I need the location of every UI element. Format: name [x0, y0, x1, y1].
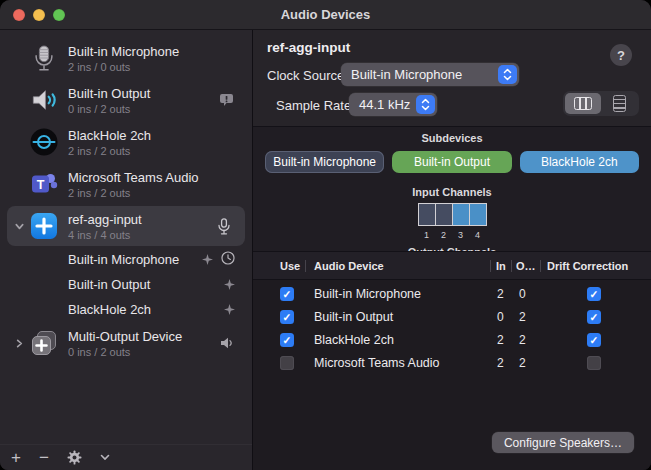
sidebar-item-built-in-output[interactable]: Built-in Output 0 ins / 2 outs — [0, 79, 252, 121]
clock-source-select[interactable]: Built-in Microphone — [341, 63, 519, 86]
device-detail-panel: ref-agg-input ? Clock Source: Built-in M… — [253, 30, 651, 470]
list-view-icon — [613, 95, 626, 112]
subdevice-row-blackhole-2ch[interactable]: BlackHole 2ch — [0, 297, 252, 322]
col-use: Use — [265, 260, 305, 272]
input-channels-heading: Input Channels — [253, 186, 651, 198]
row-out-count: 2 — [511, 333, 540, 347]
minimize-button[interactable] — [33, 9, 45, 21]
drift-correction-checkbox[interactable] — [587, 287, 601, 301]
drift-correction-checkbox[interactable] — [587, 310, 601, 324]
microphone-icon — [30, 44, 58, 72]
drift-correction-checkbox[interactable] — [587, 356, 601, 370]
device-name: Built-in Output — [68, 86, 219, 101]
subdevices-heading: Subdevices — [253, 132, 651, 144]
subdevice-name: BlackHole 2ch — [68, 302, 224, 317]
gear-icon[interactable] — [67, 450, 82, 465]
channel-numbers: 1 2 3 4 — [253, 230, 651, 240]
use-checkbox[interactable] — [280, 333, 294, 347]
row-device-name: Microsoft Teams Audio — [305, 356, 490, 370]
drift-star-icon — [224, 301, 235, 319]
drift-star-icon — [202, 251, 213, 269]
row-in-count: 2 — [490, 356, 511, 370]
sidebar-item-built-in-microphone[interactable]: Built-in Microphone 2 ins / 0 outs — [0, 37, 252, 79]
chevron-down-icon[interactable] — [8, 221, 30, 232]
col-audio-device: Audio Device — [305, 260, 490, 272]
subdevice-pill-built-in-output[interactable]: Built-in Output — [392, 151, 511, 173]
chevron-down-icon[interactable] — [100, 454, 110, 461]
subdevice-row-built-in-microphone[interactable]: Built-in Microphone — [0, 247, 252, 272]
aggregate-device-icon — [30, 212, 58, 240]
list-view-button[interactable] — [601, 93, 637, 114]
device-detail: 2 ins / 0 outs — [68, 61, 252, 73]
input-channel-strip — [418, 203, 487, 226]
row-out-count: 2 — [511, 356, 540, 370]
col-drift-correction: Drift Correction — [540, 260, 639, 272]
row-in-count: 2 — [490, 333, 511, 347]
table-row: BlackHole 2ch 2 2 — [253, 328, 651, 351]
subdevice-pill-blackhole-2ch[interactable]: BlackHole 2ch — [520, 151, 639, 173]
drift-correction-checkbox[interactable] — [587, 333, 601, 347]
svg-text:T: T — [37, 178, 45, 192]
chevron-right-icon[interactable] — [8, 338, 30, 349]
channel-2-cell[interactable] — [436, 204, 452, 225]
device-detail: 0 ins / 2 outs — [68, 103, 219, 115]
table-header: Use Audio Device In O… Drift Correction — [253, 252, 651, 280]
sample-rate-select[interactable]: 44.1 kHz — [349, 93, 437, 116]
subdevice-pill-built-in-microphone[interactable]: Built-in Microphone — [265, 151, 384, 173]
add-device-button[interactable]: + — [11, 449, 21, 466]
teams-icon: T — [30, 170, 58, 198]
sample-rate-value: 44.1 kHz — [349, 97, 416, 112]
use-checkbox[interactable] — [280, 356, 294, 370]
row-in-count: 2 — [490, 287, 511, 301]
help-button[interactable]: ? — [610, 44, 632, 66]
window-title: Audio Devices — [281, 7, 371, 22]
subdevice-name: Built-in Microphone — [68, 252, 202, 267]
titlebar: Audio Devices — [0, 0, 651, 30]
row-device-name: Built-in Microphone — [305, 287, 490, 301]
channel-4-cell[interactable] — [470, 204, 486, 225]
page-title: ref-agg-input — [267, 40, 350, 55]
clock-source-value: Built-in Microphone — [341, 67, 498, 82]
row-in-count: 0 — [490, 310, 511, 324]
device-detail: 4 ins / 4 outs — [68, 229, 218, 241]
close-button[interactable] — [13, 9, 25, 21]
device-detail: 2 ins / 2 outs — [68, 187, 252, 199]
subdevice-row-built-in-output[interactable]: Built-in Output — [0, 272, 252, 297]
traffic-lights — [13, 9, 65, 21]
use-checkbox[interactable] — [280, 287, 294, 301]
sidebar-item-multi-output-device[interactable]: Multi-Output Device 0 ins / 2 outs — [0, 322, 252, 364]
device-name: Built-in Microphone — [68, 44, 252, 59]
table-row: Built-in Microphone 2 0 — [253, 282, 651, 305]
table-row: Built-in Output 0 2 — [253, 305, 651, 328]
sidebar-toolbar: + − — [0, 444, 252, 470]
sidebar-item-ref-agg-input-selected[interactable]: ref-agg-input 4 ins / 4 outs — [7, 206, 245, 246]
speaker-small-icon — [220, 337, 234, 349]
sidebar-item-blackhole-2ch[interactable]: BlackHole 2ch 2 ins / 2 outs — [0, 121, 252, 163]
alert-bubble-icon — [219, 93, 234, 107]
sidebar-item-microsoft-teams-audio[interactable]: T Microsoft Teams Audio 2 ins / 2 outs — [0, 163, 252, 205]
zoom-button[interactable] — [53, 9, 65, 21]
subdevice-table-section: Use Audio Device In O… Drift Correction … — [253, 252, 651, 470]
multi-output-icon — [30, 329, 58, 357]
row-device-name: BlackHole 2ch — [305, 333, 490, 347]
remove-device-button[interactable]: − — [39, 449, 49, 466]
channel-3-cell[interactable] — [453, 204, 469, 225]
row-device-name: Built-in Output — [305, 310, 490, 324]
device-name: Microsoft Teams Audio — [68, 170, 252, 185]
stepper-chevrons-icon — [498, 65, 517, 84]
device-detail: 2 ins / 2 outs — [68, 145, 252, 157]
device-name: Multi-Output Device — [68, 329, 220, 344]
clock-icon — [221, 251, 235, 269]
configure-speakers-button[interactable]: Configure Speakers… — [492, 432, 634, 453]
subdevice-name: Built-in Output — [68, 277, 224, 292]
device-sidebar: Built-in Microphone 2 ins / 0 outs Built… — [0, 30, 253, 470]
channel-1-cell[interactable] — [419, 204, 435, 225]
table-row: Microsoft Teams Audio 2 2 — [253, 351, 651, 374]
columns-view-button[interactable] — [565, 93, 601, 114]
device-settings-section: ref-agg-input ? Clock Source: Built-in M… — [253, 30, 651, 127]
subdevices-section: Subdevices Built-in Microphone Built-in … — [253, 127, 651, 252]
col-out: O… — [511, 260, 540, 272]
view-toggle — [563, 91, 639, 116]
drift-star-icon — [224, 276, 235, 294]
use-checkbox[interactable] — [280, 310, 294, 324]
